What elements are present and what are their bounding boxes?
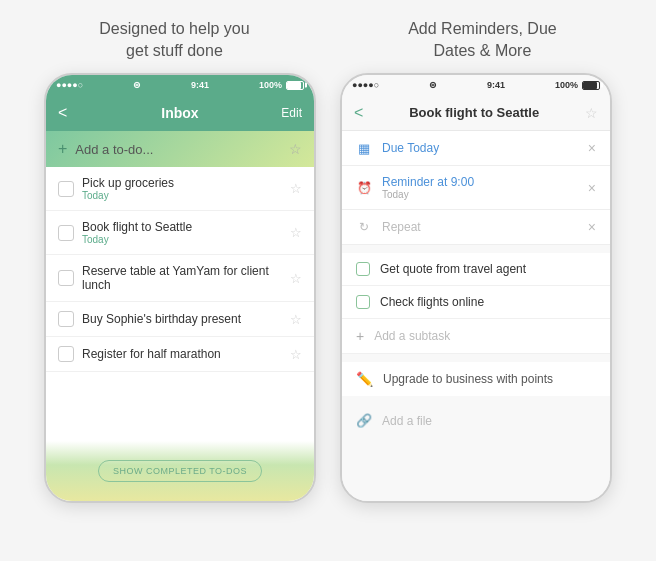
subtask-checkbox-1[interactable] (356, 262, 370, 276)
task-list: Pick up groceries Today ☆ Book flight to… (46, 167, 314, 441)
task-name-1: Pick up groceries (82, 176, 282, 190)
subtask-item-1[interactable]: Get quote from travel agent (342, 253, 610, 286)
back-button-left[interactable]: < (58, 104, 67, 122)
task-star-5[interactable]: ☆ (290, 347, 302, 362)
detail-title: Book flight to Seattle (363, 105, 585, 120)
due-label: Due Today (382, 141, 578, 155)
task-star-3[interactable]: ☆ (290, 271, 302, 286)
time-right: 9:41 (487, 80, 505, 90)
status-bar-left: ●●●●○ ⊜ 9:41 100% (46, 75, 314, 95)
add-file-label: Add a file (382, 414, 432, 428)
task-content-1: Pick up groceries Today (82, 176, 282, 201)
add-plus-icon: + (58, 140, 67, 158)
task-name-4: Buy Sophie's birthday present (82, 312, 282, 326)
task-name-2: Book flight to Seattle (82, 220, 282, 234)
task-star-1[interactable]: ☆ (290, 181, 302, 196)
upgrade-label: Upgrade to business with points (383, 372, 553, 386)
add-todo-bar[interactable]: + Add a to-do... ☆ (46, 131, 314, 167)
nav-bar-right: < Book flight to Seattle ☆ (342, 95, 610, 131)
edit-button[interactable]: Edit (281, 106, 302, 120)
repeat-label: Repeat (382, 220, 578, 234)
reminder-sub-label: Today (382, 189, 578, 200)
repeat-icon: ↻ (356, 219, 372, 235)
add-todo-star[interactable]: ☆ (289, 141, 302, 157)
subtask-label-2: Check flights online (380, 295, 484, 309)
subtasks-section: Get quote from travel agent Check flight… (342, 253, 610, 354)
task-item-2[interactable]: Book flight to Seattle Today ☆ (46, 211, 314, 255)
add-subtask-label: Add a subtask (374, 329, 450, 343)
add-file-row[interactable]: 🔗 Add a file (342, 404, 610, 437)
task-content-2: Book flight to Seattle Today (82, 220, 282, 245)
task-checkbox-3[interactable] (58, 270, 74, 286)
add-subtask-plus-icon: + (356, 328, 364, 344)
task-item-1[interactable]: Pick up groceries Today ☆ (46, 167, 314, 211)
reminder-remove-button[interactable]: × (588, 180, 596, 196)
left-tagline: Designed to help you get stuff done (99, 18, 249, 61)
task-checkbox-5[interactable] (58, 346, 74, 362)
task-star-2[interactable]: ☆ (290, 225, 302, 240)
task-sub-2: Today (82, 234, 282, 245)
reminder-label-group: Reminder at 9:00 Today (382, 175, 578, 200)
task-name-5: Register for half marathon (82, 347, 282, 361)
repeat-row[interactable]: ↻ Repeat × (342, 210, 610, 245)
task-checkbox-2[interactable] (58, 225, 74, 241)
upgrade-icon: ✏️ (356, 371, 373, 387)
nav-bar-left: < Inbox Edit (46, 95, 314, 131)
task-checkbox-4[interactable] (58, 311, 74, 327)
right-phone: ●●●●○ ⊜ 9:41 100% < Book flight to Seatt… (340, 73, 612, 503)
signal-right: ●●●●○ (352, 80, 379, 90)
task-content-3: Reserve table at YamYam for client lunch (82, 264, 282, 292)
calendar-icon: ▦ (356, 140, 372, 156)
task-sub-1: Today (82, 190, 282, 201)
task-content-4: Buy Sophie's birthday present (82, 312, 282, 326)
task-name-3: Reserve table at YamYam for client lunch (82, 264, 282, 292)
task-item-4[interactable]: Buy Sophie's birthday present ☆ (46, 302, 314, 337)
due-date-row[interactable]: ▦ Due Today × (342, 131, 610, 166)
task-content-5: Register for half marathon (82, 347, 282, 361)
battery-pct-left: 100% (259, 80, 282, 90)
add-subtask-row[interactable]: + Add a subtask (342, 319, 610, 354)
show-completed-button[interactable]: SHOW COMPLETED TO-DOS (98, 460, 262, 482)
alarm-icon: ⏰ (356, 180, 372, 196)
add-todo-placeholder: Add a to-do... (75, 142, 153, 157)
wifi-right: ⊜ (429, 80, 437, 90)
subtask-checkbox-2[interactable] (356, 295, 370, 309)
right-tagline: Add Reminders, Due Dates & More (408, 18, 557, 61)
task-star-4[interactable]: ☆ (290, 312, 302, 327)
inbox-title: Inbox (161, 105, 198, 121)
battery-icon-right (582, 81, 600, 90)
reminder-row[interactable]: ⏰ Reminder at 9:00 Today × (342, 166, 610, 210)
task-item-3[interactable]: Reserve table at YamYam for client lunch… (46, 255, 314, 302)
time-left: 9:41 (191, 80, 209, 90)
task-item-5[interactable]: Register for half marathon ☆ (46, 337, 314, 372)
subtask-label-1: Get quote from travel agent (380, 262, 526, 276)
subtask-item-2[interactable]: Check flights online (342, 286, 610, 319)
due-remove-button[interactable]: × (588, 140, 596, 156)
detail-star[interactable]: ☆ (585, 105, 598, 121)
battery-pct-right: 100% (555, 80, 578, 90)
back-button-right[interactable]: < (354, 104, 363, 122)
battery-icon-left (286, 81, 304, 90)
phone-bottom: SHOW COMPLETED TO-DOS (46, 441, 314, 501)
left-phone: ●●●●○ ⊜ 9:41 100% < Inbox Edit + Add a t… (44, 73, 316, 503)
task-checkbox-1[interactable] (58, 181, 74, 197)
detail-body: ▦ Due Today × ⏰ Reminder at 9:00 Today ×… (342, 131, 610, 501)
repeat-remove-button[interactable]: × (588, 219, 596, 235)
signal-left: ●●●●○ (56, 80, 83, 90)
file-icon: 🔗 (356, 413, 372, 428)
reminder-main-label: Reminder at 9:00 (382, 175, 578, 189)
status-bar-right: ●●●●○ ⊜ 9:41 100% (342, 75, 610, 95)
wifi-left: ⊜ (133, 80, 141, 90)
upgrade-row[interactable]: ✏️ Upgrade to business with points (342, 362, 610, 396)
